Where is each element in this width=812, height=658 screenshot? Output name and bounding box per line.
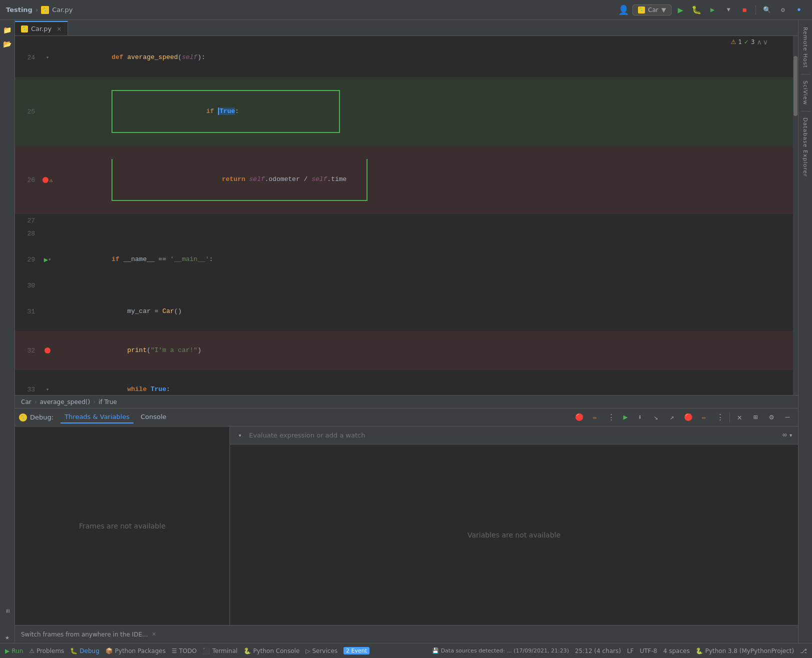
- status-services-icon: ▷: [306, 648, 310, 654]
- right-panel-database[interactable]: Database Explorer: [801, 114, 810, 180]
- gutter-26[interactable]: ⚠: [40, 177, 55, 184]
- run-button[interactable]: ▶: [674, 3, 688, 17]
- editor-tab-car[interactable]: 🐍 Car.py ×: [15, 21, 68, 36]
- breakpoint-26[interactable]: [42, 177, 48, 183]
- line-num-30: 30: [15, 282, 40, 290]
- gutter-32[interactable]: [40, 348, 55, 354]
- status-debug[interactable]: 🐛 Debug: [70, 648, 99, 654]
- debug-step-into[interactable]: ↘: [650, 411, 662, 424]
- file-icon: 🐍: [41, 6, 49, 14]
- status-services[interactable]: ▷ Services: [306, 648, 338, 654]
- status-python-packages[interactable]: 📦 Python Packages: [106, 648, 166, 654]
- status-run-icon: ▶: [5, 648, 10, 654]
- debug-more-btn[interactable]: ⋮: [604, 411, 618, 424]
- breadcrumb-project[interactable]: Testing: [6, 6, 32, 14]
- breadcrumb-sep-1: ›: [34, 398, 37, 406]
- debug-tab-console-label: Console: [140, 413, 166, 420]
- debug-button[interactable]: 🐛: [690, 3, 704, 17]
- fold-arrow-24[interactable]: ▾: [46, 54, 49, 60]
- search-button[interactable]: 🔍: [760, 3, 774, 17]
- breadcrumb-if-true[interactable]: if True: [98, 398, 117, 406]
- breakpoint-32[interactable]: [44, 348, 50, 354]
- status-bar: ▶ Run ⚠ Problems 🐛 Debug 📦 Python Packag…: [0, 643, 812, 658]
- watch-dropdown[interactable]: ▾: [235, 430, 245, 440]
- run-arrow-29[interactable]: ▶: [44, 256, 48, 264]
- gutter-29[interactable]: ▶ ▾: [40, 256, 55, 264]
- tab-close-button[interactable]: ×: [56, 26, 62, 32]
- odometer: odometer: [268, 176, 300, 183]
- status-version-text: Python 3.8 (MyPythonProject): [705, 648, 794, 654]
- debug-layout[interactable]: ⊞: [749, 411, 762, 424]
- debug-toolbar: 🐍 Debug: Threads & Variables Console 🔴 ✏…: [15, 408, 798, 426]
- run-config-button[interactable]: 🐍 Car ▼: [632, 4, 672, 16]
- fn-average-speed: average_speed: [127, 54, 178, 61]
- center-area: 🐍 Car.py × ⚠ 1 ✓ 3 ∧ ∨: [15, 20, 798, 643]
- right-panel-remote-host[interactable]: Remote Host: [801, 24, 810, 71]
- status-line-ending[interactable]: LF: [627, 648, 634, 654]
- right-divider-1: [800, 74, 810, 74]
- debug-mute-btn[interactable]: 🔴: [572, 411, 586, 424]
- status-run[interactable]: ▶ Run: [5, 648, 23, 654]
- code-editor[interactable]: ⚠ 1 ✓ 3 ∧ ∨ 24 ▾: [15, 36, 798, 395]
- fold-arrow-33[interactable]: ▾: [46, 386, 49, 392]
- status-python-version[interactable]: 🐍 Python 3.8 (MyPythonProject): [696, 648, 794, 654]
- kw-while: while: [127, 386, 150, 393]
- debug-tab-threads[interactable]: Threads & Variables: [60, 411, 134, 424]
- fold-arrow-29[interactable]: ▾: [48, 256, 51, 262]
- status-pkg-icon: 📦: [106, 648, 113, 654]
- dunder-name: __name__: [124, 256, 154, 263]
- debug-step-out[interactable]: ↗: [666, 411, 678, 424]
- debug-content: Frames are not available ▾ ∞ ▾: [15, 426, 798, 625]
- watch-input[interactable]: [249, 432, 778, 439]
- sidebar-item-structure[interactable]: ≡: [2, 605, 14, 617]
- debug-run-cursor[interactable]: 🔴: [682, 411, 694, 424]
- status-position[interactable]: 25:12 (4 chars): [575, 648, 621, 654]
- debug-step-over[interactable]: ⬇: [634, 411, 646, 424]
- run-config-icon: 🐍: [638, 6, 645, 14]
- status-pkg-label: Python Packages: [115, 648, 166, 654]
- coverage-button[interactable]: ▶: [706, 3, 720, 17]
- run-config-dropdown[interactable]: ▼: [662, 6, 666, 14]
- status-indentation[interactable]: 4 spaces: [663, 648, 690, 654]
- scrollbar-thumb[interactable]: [794, 56, 798, 116]
- right-panel-sciview[interactable]: SciView: [801, 78, 810, 108]
- avatar-btn[interactable]: 👤: [616, 3, 630, 17]
- debug-clear-btn[interactable]: ✏️: [588, 411, 602, 424]
- git-icon: ⎇: [800, 648, 807, 654]
- debug-more2[interactable]: ⋮: [714, 411, 726, 424]
- breadcrumb-average-speed[interactable]: average_speed(): [40, 398, 90, 406]
- gutter-33[interactable]: ▾: [40, 386, 55, 392]
- debug-tab-console[interactable]: Console: [136, 411, 170, 424]
- line-content-25: if True:: [55, 77, 798, 146]
- settings-button[interactable]: ⚙: [776, 3, 790, 17]
- status-python-console[interactable]: 🐍 Python Console: [244, 648, 300, 654]
- debug-settings[interactable]: ⚙: [765, 411, 778, 424]
- code-line-24: 24 ▾ def average_speed(self):: [15, 38, 798, 77]
- line-content-33: while True:: [55, 370, 798, 395]
- sidebar-item-favorites[interactable]: ★: [2, 631, 14, 643]
- status-encoding[interactable]: UTF-8: [640, 648, 658, 654]
- status-git[interactable]: ⎇: [800, 648, 807, 654]
- status-datasource[interactable]: 💾 Data sources detected: ... (17/09/2021…: [432, 648, 569, 654]
- status-problems[interactable]: ⚠ Problems: [29, 648, 64, 654]
- status-event-badge[interactable]: 2 Event: [344, 647, 370, 654]
- debug-evaluate[interactable]: ✏: [698, 411, 710, 424]
- debug-minimize[interactable]: —: [781, 411, 794, 424]
- gutter-24[interactable]: ▾: [40, 54, 55, 60]
- stop-button[interactable]: ◼: [738, 3, 752, 17]
- watch-dropdown-icon[interactable]: ▾: [789, 431, 793, 440]
- status-run-label: Run: [12, 648, 23, 654]
- run-config-label: Car: [648, 6, 658, 14]
- notification-close[interactable]: ×: [152, 630, 156, 638]
- sidebar-item-project[interactable]: 📁: [2, 24, 14, 36]
- breadcrumb-car[interactable]: Car: [21, 398, 32, 406]
- editor-scrollbar[interactable]: [793, 36, 798, 395]
- sidebar-item-folder[interactable]: 📂: [2, 38, 14, 50]
- debug-resume-btn[interactable]: ▶: [620, 411, 630, 424]
- profiler-dropdown[interactable]: ▼: [722, 3, 736, 17]
- status-todo[interactable]: ☰ TODO: [172, 648, 196, 654]
- status-terminal[interactable]: ⬛ Terminal: [202, 648, 238, 654]
- debug-close[interactable]: ✕: [733, 411, 746, 424]
- ide-icon[interactable]: ●: [792, 3, 806, 17]
- fn-print: print: [127, 346, 146, 354]
